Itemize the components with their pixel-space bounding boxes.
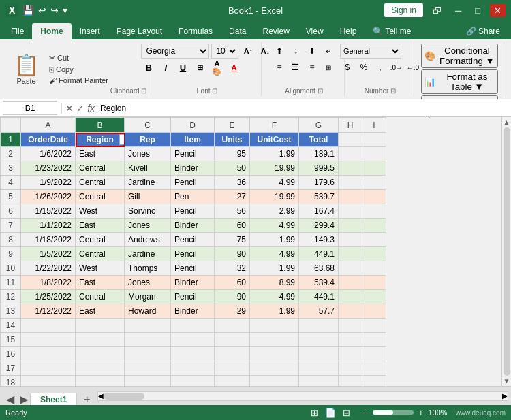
undo-button[interactable]: ↩ <box>38 5 46 16</box>
cell-G8[interactable]: 149.3 <box>299 233 339 247</box>
cell-H3[interactable] <box>339 161 362 176</box>
tab-tell-me[interactable]: 🔍 Tell me <box>365 23 419 39</box>
cell-E6[interactable]: 56 <box>215 204 250 219</box>
cell-C4[interactable]: Jardine <box>125 176 171 190</box>
cell-G4[interactable]: 179.6 <box>299 176 339 190</box>
borders-button[interactable]: ⊞ <box>192 60 207 75</box>
cell-B8[interactable]: Central <box>76 233 125 247</box>
cell-B14[interactable] <box>76 319 125 333</box>
cell-H16[interactable] <box>339 347 362 361</box>
sheet-nav-left[interactable]: ◀ <box>3 393 18 406</box>
cell-G18[interactable] <box>299 376 339 387</box>
cell-E3[interactable]: 50 <box>215 161 250 176</box>
cell-D1[interactable]: Item <box>171 133 215 147</box>
cell-A13[interactable]: 1/12/2022 <box>21 304 76 319</box>
close-button[interactable]: ✕ <box>490 4 506 17</box>
cell-A9[interactable]: 1/5/2022 <box>21 247 76 261</box>
cell-C10[interactable]: Thomps <box>125 261 171 276</box>
align-middle-button[interactable]: ↕ <box>288 44 303 59</box>
cell-A18[interactable] <box>21 376 76 387</box>
insert-function-icon[interactable]: fx <box>87 103 95 114</box>
cell-C13[interactable]: Howard <box>125 304 171 319</box>
cell-C5[interactable]: Gill <box>125 190 171 204</box>
conditional-formatting-button[interactable]: 🎨 Conditional Formatting ▼ <box>421 44 498 68</box>
cell-A3[interactable]: 1/23/2022 <box>21 161 76 176</box>
cell-A7[interactable]: 1/1/2022 <box>21 219 76 233</box>
cell-H17[interactable] <box>339 361 362 376</box>
increase-decimal-button[interactable]: .0→ <box>389 60 404 75</box>
cell-A10[interactable]: 1/22/2022 <box>21 261 76 276</box>
cell-A16[interactable] <box>21 347 76 361</box>
cell-D6[interactable]: Pencil <box>171 204 215 219</box>
cell-I1[interactable] <box>362 133 386 147</box>
cell-E18[interactable] <box>215 376 250 387</box>
cell-E4[interactable]: 36 <box>215 176 250 190</box>
col-header-E[interactable]: E <box>215 118 250 133</box>
cell-I6[interactable] <box>362 204 386 219</box>
cell-B5[interactable]: Central <box>76 190 125 204</box>
cell-G6[interactable]: 167.4 <box>299 204 339 219</box>
cell-C17[interactable] <box>125 361 171 376</box>
cell-E13[interactable]: 29 <box>215 304 250 319</box>
cell-H12[interactable] <box>339 290 362 304</box>
cell-H7[interactable] <box>339 219 362 233</box>
cell-B2[interactable]: East <box>76 147 125 161</box>
cell-G7[interactable]: 299.4 <box>299 219 339 233</box>
fill-color-button[interactable]: A🎨 <box>209 60 224 75</box>
cell-I5[interactable] <box>362 190 386 204</box>
maximize-button[interactable]: □ <box>471 4 484 17</box>
cell-I7[interactable] <box>362 219 386 233</box>
cut-button[interactable]: ✂ Cut <box>47 53 110 63</box>
cell-F14[interactable] <box>250 319 299 333</box>
cell-E8[interactable]: 75 <box>215 233 250 247</box>
cell-A15[interactable] <box>21 333 76 347</box>
align-left-button[interactable]: ≡ <box>272 60 287 75</box>
cell-F1[interactable]: UnitCost <box>250 133 299 147</box>
cell-A4[interactable]: 1/9/2022 <box>21 176 76 190</box>
cell-I17[interactable] <box>362 361 386 376</box>
cell-F13[interactable]: 1.99 <box>250 304 299 319</box>
horizontal-scrollbar[interactable]: ◀ ▶ <box>97 391 508 401</box>
cell-B4[interactable]: Central <box>76 176 125 190</box>
cell-E15[interactable] <box>215 333 250 347</box>
cell-E17[interactable] <box>215 361 250 376</box>
col-header-I[interactable]: I <box>362 118 386 133</box>
col-header-D[interactable]: D <box>171 118 215 133</box>
cell-E5[interactable]: 27 <box>215 190 250 204</box>
cell-B13[interactable]: East <box>76 304 125 319</box>
currency-button[interactable]: $ <box>340 60 355 75</box>
cell-D16[interactable] <box>171 347 215 361</box>
cell-G11[interactable]: 539.4 <box>299 276 339 290</box>
cell-G12[interactable]: 449.1 <box>299 290 339 304</box>
confirm-icon[interactable]: ✓ <box>76 103 84 114</box>
cell-E12[interactable]: 90 <box>215 290 250 304</box>
merge-button[interactable]: ⊞ <box>321 60 336 75</box>
font-color-button[interactable]: A <box>226 60 241 75</box>
cell-G15[interactable] <box>299 333 339 347</box>
scroll-thumb-vertical[interactable] <box>504 127 510 376</box>
scroll-right-button[interactable]: ▶ <box>502 392 508 400</box>
cell-B10[interactable]: West <box>76 261 125 276</box>
font-size-select[interactable]: 10 <box>211 44 238 59</box>
cell-H15[interactable] <box>339 333 362 347</box>
cell-B12[interactable]: Central <box>76 290 125 304</box>
cell-G2[interactable]: 189.1 <box>299 147 339 161</box>
page-layout-view-button[interactable]: 📄 <box>323 407 338 419</box>
cell-I14[interactable] <box>362 319 386 333</box>
add-sheet-button[interactable]: + <box>80 393 94 406</box>
cell-D14[interactable] <box>171 319 215 333</box>
name-box[interactable] <box>3 101 57 115</box>
cell-I9[interactable] <box>362 247 386 261</box>
cell-D12[interactable]: Pencil <box>171 290 215 304</box>
format-table-button[interactable]: 📊 Format as Table ▼ <box>421 69 498 94</box>
cell-C9[interactable]: Jardine <box>125 247 171 261</box>
zoom-out-button[interactable]: − <box>360 407 370 419</box>
cell-C14[interactable] <box>125 319 171 333</box>
font-family-select[interactable]: Georgia <box>141 44 209 59</box>
cell-D17[interactable] <box>171 361 215 376</box>
cell-F17[interactable] <box>250 361 299 376</box>
cell-D13[interactable]: Binder <box>171 304 215 319</box>
cell-D10[interactable]: Pencil <box>171 261 215 276</box>
cell-C1[interactable]: Rep <box>125 133 171 147</box>
cell-E2[interactable]: 95 <box>215 147 250 161</box>
